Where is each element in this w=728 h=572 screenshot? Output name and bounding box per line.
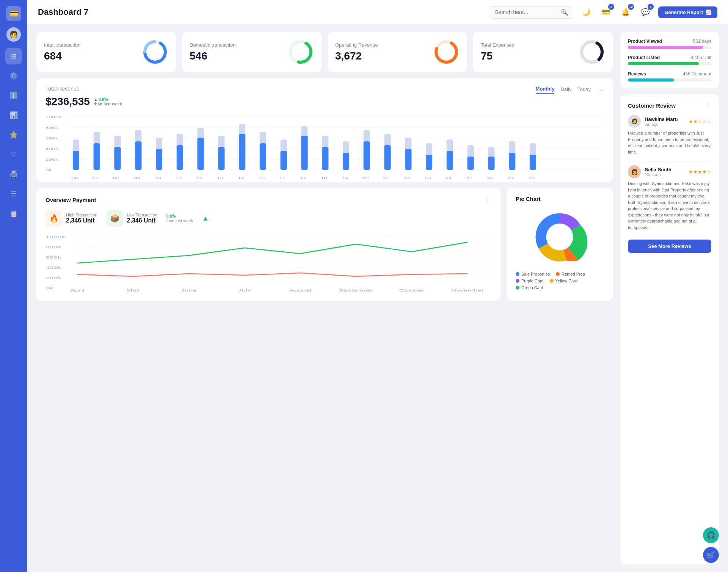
sidebar-item-dashboard[interactable]: ⊞ [5,48,22,64]
support-fab[interactable]: 🎧 [703,527,719,543]
cart-fab[interactable]: 🛒 [703,547,719,563]
sidebar-item-analytics[interactable]: 📊 [5,107,22,124]
svg-rect-66 [530,155,536,170]
review-text-0: I viewed a number of properties with Jus… [628,130,711,155]
metric-header-listed: Product Listed 3,456 Unit [628,55,711,60]
svg-text:14: 14 [238,176,244,180]
revenue-card: Total Revenue Monthly Daily Today ⋯ $236… [36,78,613,182]
content-area: Inter. transaction 684 Domestic tr [27,24,728,572]
legend-yellow-card: Yellow Card [550,279,577,283]
svg-rect-22 [73,151,79,170]
review-time-0: 5m ago [645,122,678,127]
review-time-1: 20m ago [645,172,672,177]
svg-text:400k: 400k [46,266,61,270]
svg-text:27: 27 [508,176,514,180]
generate-report-button[interactable]: Generate Report 📈 [658,6,717,18]
svg-text:24: 24 [445,176,452,180]
tab-daily[interactable]: Daily [560,86,571,93]
theme-toggle[interactable]: 🌙 [579,5,593,19]
svg-text:0k: 0k [46,168,52,172]
stat-label-2: Operating Revenue [335,42,378,48]
sidebar-item-settings[interactable]: ⚙️ [5,67,22,84]
overview-more-icon[interactable]: ⋮ [485,196,491,204]
svg-rect-50 [364,141,370,170]
svg-text:600k: 600k [46,255,61,259]
stat-value-0: 684 [44,50,80,62]
legend-dot-green [516,286,519,290]
info-icon: ℹ️ [9,91,18,100]
heart-icon: ♡ [11,150,17,159]
svg-rect-24 [94,143,100,170]
svg-point-109 [546,223,573,250]
svg-rect-46 [322,147,328,170]
see-more-reviews-button[interactable]: See More Reviews [628,240,711,253]
metric-header-viewed: Product Viewed 561/days [628,39,711,44]
tab-today[interactable]: Today [577,86,591,93]
metrics-card: Product Viewed 561/days Product Listed 3… [620,32,719,88]
user-avatar[interactable]: 🧑 [6,27,21,42]
sidebar-item-likes[interactable]: ♡ [5,146,22,163]
sidebar-item-menu[interactable]: ☰ [5,186,22,202]
overview-payment-card: Overview Payment ⋮ 🔥 High Transaction 2,… [36,188,500,301]
reviews-title: Customer Review [628,102,676,109]
tab-monthly[interactable]: Monthly [536,86,555,94]
svg-text:August: August [289,288,312,292]
revenue-change-pct: ▲ 0.8% [94,97,122,102]
list-icon: 📋 [9,210,18,218]
header-right: 🔍 🌙 💳 2 🔔 12 💬 5 Generate Report 📈 [490,5,717,19]
reviews-more-icon[interactable]: ⋮ [704,101,711,110]
moon-icon: 🌙 [582,8,590,16]
svg-text:21: 21 [383,176,389,180]
overview-change-arrow: ▲ [202,210,209,227]
svg-rect-54 [405,149,411,170]
review-divider [628,161,711,161]
metric-bar-listed [628,62,711,65]
svg-text:15: 15 [258,176,265,180]
bell-btn[interactable]: 🔔 12 [619,5,632,19]
svg-rect-60 [468,157,474,170]
sidebar-logo[interactable]: 💳 [6,6,21,21]
pie-chart-card: Pie Chart [507,188,613,301]
pie-title: Pie Chart [516,196,604,202]
sidebar-item-favorites[interactable]: ⭐ [5,127,22,143]
chat-btn[interactable]: 💬 5 [639,5,652,19]
svg-rect-56 [426,155,432,170]
sidebar-item-list[interactable]: 📋 [5,205,22,222]
svg-text:400k: 400k [46,147,58,151]
svg-rect-28 [135,141,141,170]
search-input[interactable] [495,9,558,15]
metric-fill-listed [628,62,699,65]
high-transaction-stat: 🔥 High Transaction 2,346 Unit [46,210,97,227]
wallet-btn[interactable]: 💳 2 [599,5,613,19]
svg-text:11: 11 [175,176,182,180]
svg-rect-62 [488,157,494,170]
svg-text:July: July [238,288,251,292]
svg-rect-34 [198,138,204,170]
sidebar-item-info[interactable]: ℹ️ [5,87,22,104]
legend-sale-properties: Sale Properties [516,272,550,276]
analytics-icon: 📊 [9,111,18,119]
printer-icon: 🖨️ [9,170,18,179]
svg-text:October: October [399,288,424,292]
overview-header: Overview Payment ⋮ [46,196,491,204]
bar-chart: 1000k 800k 600k 400k 200k 0k [46,114,604,174]
headset-icon: 🎧 [707,531,715,539]
svg-text:September: September [339,288,374,292]
review-text-1: Dealing with Syamsudin and Bakri was a j… [628,180,711,230]
search-box[interactable]: 🔍 [490,6,573,19]
stat-card-domestic-transaction: Domestic transaction 546 [182,32,322,72]
revenue-change-label: than last week [94,102,122,106]
svg-rect-26 [114,147,121,170]
review-stars-1: ★★★★☆ [689,169,711,175]
review-item-0: 🧔 Hawkins Maru 5m ago ★★☆☆☆ I viewed a n… [628,115,711,155]
sidebar-item-print[interactable]: 🖨️ [5,166,22,183]
dashboard-icon: ⊞ [11,52,17,60]
stat-label-0: Inter. transaction [44,42,80,48]
svg-rect-30 [156,149,162,170]
customer-reviews-card: Customer Review ⋮ 🧔 Hawkins Maru 5m ago … [620,94,719,564]
svg-rect-36 [218,147,224,170]
svg-text:28: 28 [528,176,535,180]
svg-text:19: 19 [341,176,348,180]
revenue-more-icon[interactable]: ⋯ [597,86,604,94]
svg-text:13: 13 [217,176,223,180]
